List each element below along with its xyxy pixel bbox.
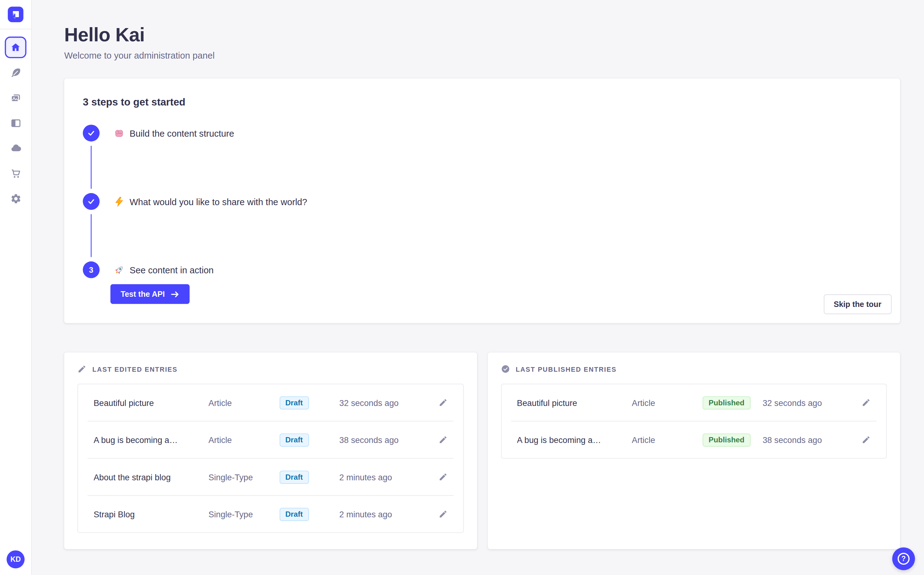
step-2-label: What would you like to share with the wo… (130, 196, 307, 206)
entry-type: Single-Type (209, 472, 279, 482)
step-connector (91, 214, 92, 257)
table-row: A bug is becoming a… Article Published 3… (501, 421, 886, 458)
last-published-panel: LAST PUBLISHED ENTRIES Beautiful picture… (487, 353, 900, 549)
cloud-icon (10, 143, 21, 154)
brain-emoji (114, 128, 124, 138)
edit-entry-button[interactable] (438, 472, 447, 481)
step-3-number-indicator: 3 (83, 261, 99, 278)
last-edited-title: LAST EDITED ENTRIES (92, 365, 177, 373)
edit-entry-button[interactable] (862, 435, 871, 444)
step-1: Build the content structure (83, 125, 881, 141)
step-1-label-wrap: Build the content structure (114, 128, 234, 138)
entry-title: About the strapi blog (94, 472, 209, 482)
step-3-label: See content in action (130, 265, 213, 275)
entry-time: 38 seconds ago (763, 435, 853, 445)
question-glyph: ? (902, 554, 906, 563)
last-published-table: Beautiful picture Article Published 32 s… (501, 384, 887, 459)
page-title: Hello Kai (64, 24, 900, 46)
status-badge: Draft (279, 507, 309, 521)
cta-row: Test the API (110, 284, 881, 304)
test-api-button[interactable]: Test the API (110, 284, 190, 304)
table-row: About the strapi blog Single-Type Draft … (78, 459, 463, 496)
table-row: Strapi Blog Single-Type Draft 2 minutes … (78, 496, 463, 532)
cart-icon (10, 167, 21, 179)
check-circle-icon (501, 365, 510, 373)
status-badge: Published (703, 433, 750, 446)
sidebar-item-content-manager[interactable] (0, 60, 32, 85)
zap-emoji (114, 196, 124, 206)
table-row: A bug is becoming a… Article Draft 38 se… (78, 421, 463, 458)
step-3-label-wrap: See content in action (114, 265, 213, 275)
sidebar-item-settings[interactable] (0, 186, 32, 211)
step-1-label: Build the content structure (130, 128, 234, 138)
pencil-icon (78, 365, 86, 373)
gear-icon (10, 193, 21, 204)
table-row: Beautiful picture Article Draft 32 secon… (78, 384, 463, 421)
help-button[interactable]: ? (892, 547, 915, 570)
sidebar: KD (0, 0, 32, 575)
rocket-emoji (114, 265, 124, 275)
entries-panels: LAST EDITED ENTRIES Beautiful picture Ar… (64, 353, 900, 549)
status-badge: Draft (279, 433, 309, 446)
sidebar-item-cloud[interactable] (0, 135, 32, 161)
last-edited-panel: LAST EDITED ENTRIES Beautiful picture Ar… (64, 353, 477, 549)
arrow-right-icon (170, 290, 179, 298)
main-content: Hello Kai Welcome to your administration… (32, 0, 924, 575)
check-icon (88, 130, 95, 137)
entry-type: Single-Type (209, 509, 279, 519)
edit-entry-button[interactable] (438, 510, 447, 519)
sidebar-item-marketplace[interactable] (0, 161, 32, 186)
skip-tour-button[interactable]: Skip the tour (824, 294, 892, 314)
step-2: What would you like to share with the wo… (83, 193, 881, 210)
entry-time: 32 seconds ago (339, 398, 429, 408)
step-1-completed-indicator (83, 125, 99, 141)
admin-panel: KD Hello Kai Welcome to your administrat… (0, 0, 924, 575)
table-row: Beautiful picture Article Published 32 s… (501, 384, 886, 421)
status-badge: Draft (279, 470, 309, 484)
entry-title: Beautiful picture (517, 398, 632, 408)
step-2-completed-indicator (83, 193, 99, 210)
onboarding-steps: Build the content structure (83, 125, 881, 304)
status-badge: Published (703, 396, 750, 409)
step-3: 3 (83, 261, 881, 278)
question-mark-icon: ? (897, 553, 910, 565)
sidebar-item-media-library[interactable] (0, 85, 32, 110)
entry-title: A bug is becoming a… (94, 435, 209, 445)
entry-type: Article (209, 435, 279, 445)
edit-entry-button[interactable] (438, 398, 447, 407)
edit-entry-button[interactable] (862, 398, 871, 407)
onboarding-title: 3 steps to get started (83, 97, 881, 109)
entry-type: Article (632, 435, 703, 445)
sidebar-item-content-type-builder[interactable] (0, 110, 32, 136)
entry-type: Article (632, 398, 703, 408)
entry-time: 2 minutes ago (339, 472, 429, 482)
entry-type: Article (209, 398, 279, 408)
feather-icon (10, 67, 21, 78)
entry-time: 32 seconds ago (763, 398, 853, 408)
strapi-logo[interactable] (8, 6, 24, 22)
sidebar-nav (0, 60, 32, 211)
edit-entry-button[interactable] (438, 435, 447, 444)
step-connector (91, 146, 92, 189)
pictures-icon (10, 92, 21, 103)
page-subtitle: Welcome to your administration panel (64, 50, 900, 60)
onboarding-card: 3 steps to get started (64, 79, 900, 323)
home-icon (10, 42, 21, 53)
layout-icon (10, 117, 21, 129)
last-published-title: LAST PUBLISHED ENTRIES (516, 365, 617, 373)
last-published-header: LAST PUBLISHED ENTRIES (501, 365, 887, 373)
entry-title: Strapi Blog (94, 509, 209, 519)
entry-time: 38 seconds ago (339, 435, 429, 445)
step-2-label-wrap: What would you like to share with the wo… (114, 196, 307, 206)
check-icon (88, 198, 95, 205)
status-badge: Draft (279, 396, 309, 409)
last-edited-table: Beautiful picture Article Draft 32 secon… (78, 384, 464, 533)
entry-title: Beautiful picture (94, 398, 209, 408)
last-edited-header: LAST EDITED ENTRIES (78, 365, 464, 373)
sidebar-item-home[interactable] (5, 37, 27, 58)
user-avatar[interactable]: KD (6, 550, 24, 568)
entry-time: 2 minutes ago (339, 509, 429, 519)
test-api-button-label: Test the API (121, 290, 165, 299)
sidebar-divider (0, 29, 32, 29)
strapi-logo-icon (8, 6, 24, 22)
